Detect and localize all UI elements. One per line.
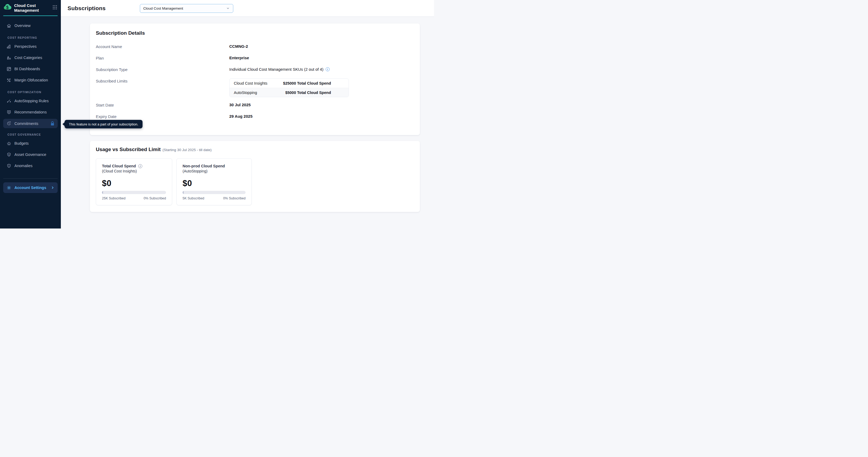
page-title: Subscriptions (67, 5, 106, 11)
subscription-details-card: Subscription Details Account Name CCMNG-… (90, 24, 420, 135)
home-icon (6, 23, 11, 28)
usage-card-total-cloud-spend: Total Cloud Spend i (Cloud Cost Insights… (96, 158, 172, 205)
shapes-icon (6, 55, 11, 60)
sidebar-item-perspectives[interactable]: Perspectives (0, 41, 61, 52)
app-grid-icon[interactable] (53, 5, 57, 10)
clock-refresh-icon (6, 121, 11, 126)
section-heading-cost-optimization: COST OPTIMIZATION (7, 91, 61, 94)
start-date-value: 30 Jul 2025 (229, 102, 251, 107)
sidebar-item-label: Anomalies (14, 164, 33, 168)
badge-sparkle-icon (6, 110, 11, 115)
sidebar-item-commitments[interactable]: Commitments (3, 119, 58, 128)
expiry-date-label: Expiry Date (96, 114, 229, 119)
sidebar-item-asset-governance[interactable]: $ Asset Governance (0, 149, 61, 160)
subscribed-limits-row: Subscribed Limits Cloud Cost Insights $2… (96, 79, 413, 97)
sidebar-item-recommendations[interactable]: Recommendations (0, 106, 61, 118)
subscribed-percent-label: 0% Subscribed (223, 196, 246, 200)
brand-header: $ Cloud Cost Management (0, 0, 61, 13)
plan-value: Enterprise (229, 56, 249, 60)
subscribed-amount-label: 25K Subscribed (102, 196, 125, 200)
subscription-type-value: Individual Cloud Cost Management SKUs (2… (229, 67, 330, 71)
main-area: Subscriptions Cloud Cost Management Subs… (61, 0, 434, 228)
usage-progress-bar (102, 191, 166, 194)
usage-card-nonprod-cloud-spend: Non-prod Cloud Spend (AutoStopping) $0 5… (177, 158, 252, 205)
sidebar-item-autostopping-rules[interactable]: AutoStopping Rules (0, 95, 61, 106)
sidebar-item-margin-obfuscation[interactable]: Margin Obfuscation (0, 74, 61, 86)
sidebar-item-bi-dashboards[interactable]: BI Dashboards (0, 63, 61, 74)
subscription-type-row: Subscription Type Individual Cloud Cost … (96, 67, 413, 73)
table-row: Cloud Cost Insights $25000 Total Cloud S… (229, 79, 349, 88)
account-name-label: Account Name (96, 44, 229, 49)
sidebar-item-overview[interactable]: Overview (0, 20, 61, 31)
usage-meta: 25K Subscribed 0% Subscribed (102, 196, 166, 200)
sidebar-item-label: Perspectives (14, 44, 37, 49)
usage-progress-bar (183, 191, 246, 194)
table-row: AutoStopping $5000 Total Cloud Spend (229, 88, 349, 97)
sidebar-item-label: Cost Categories (14, 56, 42, 60)
usage-card-title: Total Cloud Spend i (102, 164, 166, 168)
sidebar-divider (3, 178, 58, 179)
page-header: Subscriptions Cloud Cost Management (61, 0, 434, 17)
sku-limit: $25000 Total Cloud Spend (283, 81, 344, 85)
module-select-dropdown[interactable]: Cloud Cost Management (140, 4, 233, 13)
subscribed-limits-table: Cloud Cost Insights $25000 Total Cloud S… (229, 79, 349, 97)
sidebar-item-label: Budgets (14, 141, 29, 146)
expiry-date-value: 29 Aug 2025 (229, 114, 252, 119)
image-chart-icon (6, 66, 11, 71)
usage-card-subtitle: (Cloud Cost Insights) (102, 169, 166, 173)
subscription-details-title: Subscription Details (96, 30, 413, 36)
svg-text:$: $ (8, 153, 10, 156)
sidebar-item-label: Overview (14, 24, 30, 28)
usage-card-subtitle: (AutoStopping) (183, 169, 246, 173)
shield-dollar-icon: $ (6, 152, 11, 157)
usage-progress-fill (102, 191, 103, 194)
subscription-lock-tooltip: This feature is not a part of your subsc… (65, 120, 143, 128)
usage-amount: $0 (102, 179, 166, 188)
sku-name: Cloud Cost Insights (234, 81, 268, 85)
percent-trend-icon (6, 78, 11, 83)
section-heading-cost-governance: COST GOVERNANCE (7, 133, 61, 136)
sidebar-item-label: AutoStopping Rules (14, 99, 49, 103)
usage-meta: 5K Subscribed 0% Subscribed (183, 196, 246, 200)
account-name-value: CCMNG-2 (229, 44, 248, 49)
usage-amount: $0 (183, 179, 246, 188)
sidebar-nav: Overview COST REPORTING Perspectives Cos… (0, 16, 61, 171)
subscribed-percent-label: 0% Subscribed (144, 196, 166, 200)
start-date-row: Start Date 30 Jul 2025 (96, 102, 413, 109)
usage-subtitle: (Starting 30 Jul 2025 - till date) (162, 148, 212, 152)
account-settings-label: Account Settings (14, 185, 46, 190)
sku-name: AutoStopping (234, 91, 257, 95)
piggy-bank-icon: $ (6, 141, 11, 146)
info-icon[interactable]: i (326, 67, 330, 71)
account-name-row: Account Name CCMNG-2 (96, 44, 413, 50)
app-title: Cloud Cost Management (14, 3, 43, 13)
subscribed-limits-label: Subscribed Limits (96, 79, 229, 83)
bar-chart-icon (6, 44, 11, 49)
cloud-dollar-logo-icon: $ (3, 3, 11, 10)
sidebar-item-label: BI Dashboards (14, 67, 40, 71)
sku-limit: $5000 Total Cloud Spend (285, 91, 344, 95)
svg-text:$: $ (6, 5, 8, 10)
section-heading-cost-reporting: COST REPORTING (7, 36, 61, 39)
sidebar-item-label: Commitments (14, 121, 38, 126)
sidebar-item-label: Recommendations (14, 110, 47, 114)
autostopping-icon (6, 98, 11, 103)
sidebar-item-account-settings[interactable]: Account Settings (3, 182, 58, 193)
sidebar-item-anomalies[interactable]: Anomalies (0, 160, 61, 171)
usage-vs-limit-card: Usage vs Subscribed Limit(Starting 30 Ju… (90, 141, 420, 212)
sidebar: $ Cloud Cost Management Overview COST RE… (0, 0, 61, 228)
info-icon[interactable]: i (138, 164, 142, 168)
usage-card-title: Non-prod Cloud Spend (183, 164, 246, 168)
plan-label: Plan (96, 56, 229, 60)
sidebar-item-budgets[interactable]: $ Budgets (0, 138, 61, 149)
svg-text:$: $ (8, 142, 10, 144)
subscription-type-label: Subscription Type (96, 67, 229, 72)
sidebar-item-label: Margin Obfuscation (14, 78, 48, 82)
subscribed-amount-label: 5K Subscribed (183, 196, 204, 200)
gear-icon (6, 185, 11, 190)
lock-icon (50, 121, 55, 126)
usage-progress-fill (183, 191, 184, 194)
chevron-down-icon (226, 6, 230, 10)
sidebar-item-cost-categories[interactable]: Cost Categories (0, 52, 61, 63)
expiry-date-row: Expiry Date 29 Aug 2025 (96, 114, 413, 120)
